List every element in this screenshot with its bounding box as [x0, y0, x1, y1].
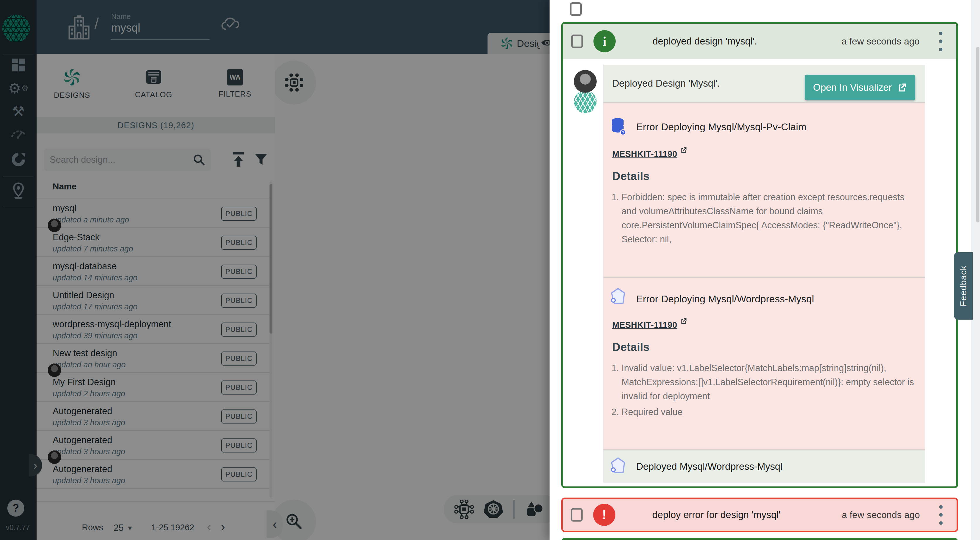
select-all-checkbox[interactable]: [570, 2, 582, 16]
info-icon: i: [593, 30, 616, 53]
user-avatar: [574, 70, 597, 93]
external-link-icon: [897, 82, 907, 93]
pod-icon: [610, 457, 626, 476]
error-detail-item: Required value: [622, 405, 917, 419]
notification-detail-card: Deployed Design 'Mysql'. Open In Visuali…: [603, 65, 925, 482]
error-icon: !: [593, 504, 616, 526]
error-details-list: Forbidden: spec is immutable after creat…: [609, 190, 917, 248]
meshery-avatar: [574, 91, 597, 113]
pod-icon: [610, 287, 626, 306]
notification-time: a few seconds ago: [842, 36, 920, 47]
notification-checkbox[interactable]: [571, 508, 582, 522]
storage-icon: ?: [611, 118, 627, 136]
drawer-backdrop[interactable]: [0, 0, 550, 540]
notification-checkbox[interactable]: [571, 35, 583, 48]
details-heading: Details: [612, 170, 650, 183]
notification-center: i deployed design 'mysql'. a few seconds…: [550, 0, 980, 540]
external-link-icon: [680, 317, 687, 325]
open-in-visualizer-button[interactable]: Open In Visualizer: [805, 75, 915, 100]
svg-text:?: ?: [622, 130, 624, 135]
feedback-tab[interactable]: Feedback: [954, 252, 973, 320]
deployed-success-section: Deployed Mysql/Wordpress-Mysql: [603, 451, 925, 483]
kebab-menu-icon[interactable]: •••: [939, 29, 943, 53]
notification-time: a few seconds ago: [842, 510, 920, 520]
error-details-list: Invalid value: v1.LabelSelector{MatchLab…: [609, 361, 917, 421]
notification-header[interactable]: i deployed design 'mysql'. a few seconds…: [563, 24, 956, 59]
error-title: Error Deploying Mysql/Wordpress-Mysql: [636, 293, 814, 305]
deployed-message: Deployed Design 'Mysql'.: [612, 78, 720, 89]
meshkit-error-link[interactable]: MESHKIT-11190: [612, 149, 687, 159]
success-line: Deployed Mysql/Wordpress-Mysql: [636, 461, 783, 472]
notification-header[interactable]: ! deploy error for design 'mysql' a few …: [563, 499, 956, 530]
error-title: Error Deploying Mysql/Mysql-Pv-Claim: [636, 121, 807, 132]
meshkit-error-link[interactable]: MESHKIT-11190: [612, 320, 687, 330]
notification-card-deployed: i deployed design 'mysql'. a few seconds…: [561, 22, 958, 488]
notification-title: deployed design 'mysql'.: [652, 36, 757, 47]
page-scrollbar-thumb[interactable]: [976, 47, 979, 223]
details-heading: Details: [612, 341, 650, 354]
feedback-label: Feedback: [958, 266, 968, 306]
meshery-app: ⚙⚙ ⚒: [0, 0, 980, 540]
deployed-summary-section: Deployed Design 'Mysql'. Open In Visuali…: [603, 65, 925, 102]
notification-card-error: ! deploy error for design 'mysql' a few …: [561, 497, 958, 532]
notification-title: deploy error for design 'mysql': [652, 509, 780, 520]
external-link-icon: [680, 147, 687, 154]
error-detail-item: Invalid value: v1.LabelSelector{MatchLab…: [622, 361, 917, 403]
notification-card-partial[interactable]: [561, 538, 958, 540]
kebab-menu-icon[interactable]: •••: [939, 503, 943, 527]
error-detail-item: Forbidden: spec is immutable after creat…: [622, 190, 917, 247]
